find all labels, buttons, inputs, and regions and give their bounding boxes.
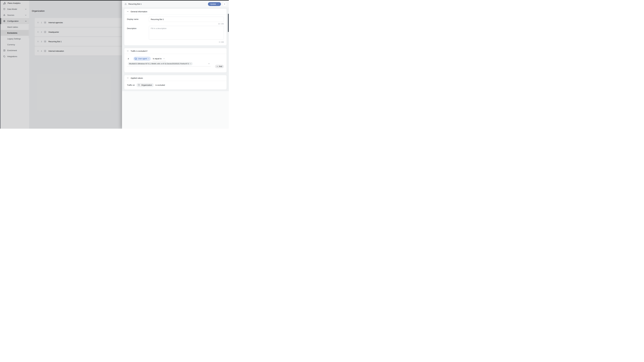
add-and-condition-button[interactable]: + And (215, 65, 224, 68)
window-top-edge (0, 0, 229, 1)
remove-tag-icon[interactable]: ✕ (190, 63, 191, 65)
chevron-down-icon (148, 58, 149, 59)
section-header[interactable]: General information (124, 9, 226, 15)
section-header[interactable]: Traffic is excluded if (124, 48, 226, 54)
exclusion-condition-section: Traffic is excluded if if User agent (124, 48, 226, 72)
value-tag: Mozilla/5.0 (Windows NT 6.1; Win64; x64;… (128, 62, 193, 65)
applied-suffix: is excluded (156, 84, 165, 86)
chevron-down-icon (163, 58, 165, 59)
close-icon: ✕ (224, 3, 225, 5)
hexagons-icon (124, 3, 127, 6)
scrollbar-thumb[interactable] (228, 14, 229, 32)
collapse-icon (127, 12, 128, 12)
dimension-select[interactable]: User agent (134, 57, 151, 61)
dimension-value: User agent (138, 58, 147, 60)
close-button[interactable]: ✕ (223, 2, 226, 6)
check-icon: ✓ (218, 3, 219, 5)
if-label: if (127, 58, 134, 60)
drawer-scrollbar[interactable] (228, 1, 229, 129)
description-label: Description (127, 26, 149, 44)
device-icon (134, 58, 137, 60)
modal-overlay[interactable] (0, 0, 122, 129)
site-window-icon (138, 84, 140, 86)
plus-icon: + (217, 65, 218, 68)
values-input[interactable]: Mozilla/5.0 (Windows NT 6.1; Win64; x64;… (127, 62, 211, 67)
general-information-section: General information Display name 15 / 25… (124, 9, 226, 45)
clear-values-icon[interactable]: ✕ (208, 63, 210, 65)
description-input[interactable] (149, 26, 224, 40)
collapse-icon (127, 78, 128, 78)
section-header[interactable]: Applied values (124, 75, 226, 81)
app-window: Piano Analytics Data Model (0, 0, 229, 129)
display-name-input[interactable] (149, 17, 224, 22)
char-counter: 15 / 255 (149, 23, 224, 25)
operator-value: Is equal to (153, 58, 162, 60)
drawer-header: Recurring Bot 1 Update ✓ ✕ (122, 1, 229, 8)
operator-select[interactable]: Is equal to (152, 56, 166, 61)
collapse-icon (127, 51, 128, 51)
applied-entity: Organization (141, 84, 152, 86)
char-counter: 0 / 400 (149, 41, 224, 43)
edit-exclusion-drawer: Recurring Bot 1 Update ✓ ✕ General infor… (122, 0, 229, 129)
display-name-label: Display name (127, 17, 149, 26)
applied-values-section: Applied values Traffic on Organization i… (124, 75, 226, 89)
applied-prefix: Traffic on (127, 84, 135, 86)
update-button[interactable]: Update ✓ (208, 2, 221, 6)
drawer-title: Recurring Bot 1 (128, 3, 208, 5)
applied-entity-chip[interactable]: Organization (136, 83, 154, 87)
